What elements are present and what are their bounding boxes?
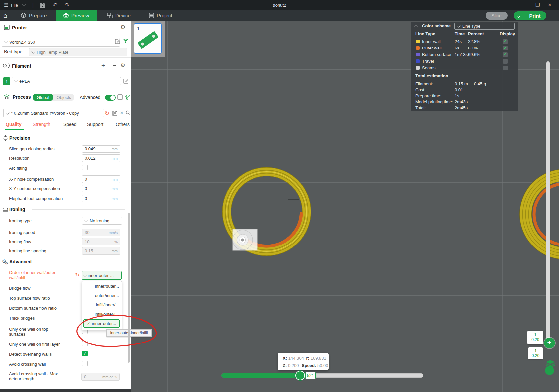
col-header-time: Time xyxy=(455,31,465,36)
ironing-type-select[interactable]: No ironing xyxy=(82,217,122,225)
clear-preset-icon[interactable]: ✕ xyxy=(120,110,124,116)
tab-speed[interactable]: Speed xyxy=(63,122,76,127)
objects-option[interactable]: Objects xyxy=(53,95,74,100)
display-checkbox[interactable] xyxy=(503,59,508,64)
add-layer-range-button[interactable]: + xyxy=(544,338,555,348)
slice-gap-input[interactable]: 0.049mm xyxy=(82,145,120,153)
bed-type-label: Bed type xyxy=(4,49,22,54)
resolution-input[interactable]: 0.012mm xyxy=(82,154,120,162)
process-flow-icon[interactable] xyxy=(124,94,130,100)
bed-type-select[interactable]: High Temp Plate xyxy=(29,48,127,56)
dropdown-option[interactable]: inner/outer... xyxy=(95,284,119,289)
setting-label: Arc fitting xyxy=(9,166,27,171)
search-icon[interactable] xyxy=(126,110,131,117)
dropdown-option-selected[interactable]: ✓ inner-outer... xyxy=(83,319,120,328)
edit-filament-icon[interactable] xyxy=(123,78,129,85)
avoid-crossing-checkbox[interactable] xyxy=(82,361,88,366)
one-wall-first-layer-checkbox[interactable] xyxy=(82,341,88,346)
print-button-label[interactable]: Print xyxy=(523,13,546,19)
ironing-line-spacing-input[interactable]: 0.15mm xyxy=(82,247,120,255)
process-preset-name: * 0.20mm Standard @Voron - Copy xyxy=(11,111,79,116)
ironing-flow-input[interactable]: 10% xyxy=(82,238,120,245)
chevron-down-icon xyxy=(83,273,87,277)
global-option[interactable]: Global xyxy=(33,94,53,101)
edit-printer-icon[interactable] xyxy=(115,39,120,45)
dropdown-option[interactable]: infill/inner/... xyxy=(96,302,119,307)
tab-quality[interactable]: Quality xyxy=(6,122,21,127)
xy-contour-input[interactable]: 0mm xyxy=(82,185,120,192)
sidebar-scrollbar[interactable] xyxy=(128,213,130,363)
tab-prepare[interactable]: Prepare xyxy=(21,10,47,21)
reset-preset-icon[interactable]: ↺ xyxy=(105,110,109,117)
tab-preview-label: Preview xyxy=(71,13,89,18)
tab-strength[interactable]: Strength xyxy=(33,122,50,127)
filament-select[interactable]: ePLA xyxy=(12,77,121,85)
check-icon: ✓ xyxy=(87,321,90,326)
home-icon[interactable]: ⌂ xyxy=(3,10,7,21)
display-checkbox[interactable] xyxy=(503,39,508,44)
move-slider-thumb[interactable] xyxy=(295,371,305,380)
advanced-section-title: Advanced xyxy=(9,259,32,264)
tab-others[interactable]: Others xyxy=(116,122,130,127)
process-preset-select[interactable]: * 0.20mm Standard @Voron - Copy xyxy=(3,109,104,117)
display-checkbox[interactable] xyxy=(503,46,508,50)
tab-support[interactable]: Support xyxy=(87,122,103,127)
tab-device[interactable]: Device xyxy=(107,10,131,21)
dropdown-option[interactable]: infill/outer/i... xyxy=(95,312,119,317)
remove-filament-icon[interactable]: − xyxy=(113,62,116,69)
tab-preview[interactable]: Preview xyxy=(56,10,97,21)
outer-wall-swatch xyxy=(416,46,420,50)
display-checkbox[interactable] xyxy=(503,52,508,57)
view-mode-select[interactable]: Line Type xyxy=(454,23,515,30)
dropdown-option[interactable]: outer/inner... xyxy=(95,293,119,298)
reset-setting-icon[interactable]: ↺ xyxy=(75,272,79,278)
tab-project[interactable]: Project xyxy=(149,10,172,21)
scroll-area-border xyxy=(2,132,2,381)
advanced-mode-toggle[interactable] xyxy=(105,95,116,101)
print-dropdown-chevron-icon[interactable] xyxy=(514,13,523,19)
display-checkbox[interactable] xyxy=(503,66,508,70)
bottom-surface-swatch xyxy=(416,53,420,56)
elephant-foot-input[interactable]: 0mm xyxy=(82,195,120,202)
maximize-icon[interactable]: ❐ xyxy=(535,0,540,10)
setting-label: Detect overhang walls xyxy=(9,352,52,357)
travel-swatch xyxy=(416,59,420,63)
prepare-cube-icon xyxy=(21,13,26,18)
add-filament-icon[interactable]: + xyxy=(101,62,105,69)
chevron-down-icon xyxy=(457,24,460,27)
printer-settings-gear-icon[interactable]: ⚙ xyxy=(120,24,125,31)
minimize-icon[interactable]: — xyxy=(523,0,528,10)
save-preset-icon[interactable] xyxy=(112,111,117,117)
layers-view-icon[interactable] xyxy=(545,360,555,368)
filament-settings-gear-icon[interactable]: ⚙ xyxy=(120,62,125,69)
line-type-row: Inner wall 24s 22.8% xyxy=(411,38,518,45)
printer-select[interactable]: Voron2.4 350 xyxy=(2,38,120,47)
arc-fitting-checkbox[interactable] xyxy=(82,165,88,170)
detect-overhang-checkbox[interactable] xyxy=(82,351,88,356)
ironing-speed-input[interactable]: 30mm/s xyxy=(82,229,120,236)
section-rule xyxy=(32,209,125,210)
application-window: ☰ File | ↶ ↷ donut2 — ❐ ✕ ⌂ Prepare Prev… xyxy=(0,0,559,392)
slice-button[interactable]: Slice xyxy=(486,12,508,20)
layer-slider-track[interactable] xyxy=(546,61,550,345)
global-objects-toggle[interactable]: Global Objects xyxy=(33,94,74,101)
ironing-icon xyxy=(3,207,9,212)
xy-hole-input[interactable]: 0mm xyxy=(82,175,120,183)
printer-name: Voron2.4 350 xyxy=(9,40,35,45)
title-bar: ☰ File | ↶ ↷ donut2 — ❐ ✕ xyxy=(0,0,559,10)
color-scheme-panel: Color scheme Line Type Line Type Time Pe… xyxy=(411,22,518,111)
window-title: donut2 xyxy=(0,0,559,10)
wifi-connection-icon[interactable] xyxy=(123,38,129,45)
order-walls-select[interactable]: inner-outer-... xyxy=(82,271,122,280)
line-type-row: Bottom surface 1m13s 69.6% xyxy=(411,51,518,58)
max-detour-input[interactable]: 0mm or % xyxy=(81,373,120,381)
collapse-chevron-icon[interactable] xyxy=(415,24,417,29)
print-split-button[interactable]: Print xyxy=(514,11,546,20)
estimation-row: Prepare time:1s xyxy=(411,93,518,100)
chevron-down-icon xyxy=(84,218,88,222)
parameter-list-icon[interactable] xyxy=(117,94,123,100)
3d-viewport[interactable]: 1 xyxy=(131,21,559,392)
active-tab-underline xyxy=(5,129,24,130)
close-icon[interactable]: ✕ xyxy=(548,0,552,10)
estimation-row: Filament:0.15 m0.45 g xyxy=(411,81,518,88)
